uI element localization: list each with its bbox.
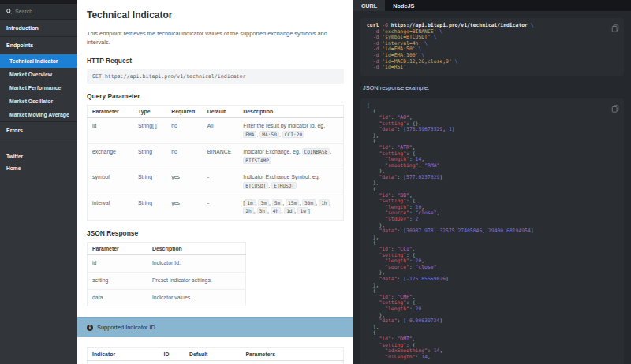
tab-nodejs[interactable]: NodeJS — [385, 0, 422, 11]
parameter-cell: id — [88, 118, 134, 143]
inline-code: 3h — [257, 207, 267, 214]
code-token: "stdDev" — [385, 216, 409, 222]
code-token: "smoothing" — [385, 162, 418, 169]
column-header: Description — [238, 106, 343, 118]
column-header: Parameter — [88, 106, 134, 118]
description-cell: Indicator Exchange Symbol. eg. BTCUSDT, … — [238, 169, 343, 195]
code-token: "length" — [385, 306, 409, 312]
table-row: exchangeStringnoBINANCEIndicator Exchang… — [88, 143, 344, 169]
code-line: "length": 20 — [367, 306, 618, 313]
code-token: ] — [452, 126, 455, 132]
inline-code: 5m — [272, 199, 282, 206]
sidebar-section-errors[interactable]: Errors — [0, 121, 77, 139]
code-token: : [ — [397, 318, 406, 324]
code-token: "data" — [379, 126, 397, 132]
code-token: "data" — [379, 174, 397, 180]
code-line: "data": [577.0237029] — [367, 175, 618, 181]
code-token — [367, 64, 373, 70]
required-cell: no — [166, 118, 203, 143]
parameter-cell: id — [88, 255, 147, 273]
default-cell: ATR:14,RMA — [185, 361, 241, 364]
copy-icon — [612, 106, 617, 112]
curl-code-block: curl -G https://api.bitapi.pro/v1/techni… — [360, 18, 624, 76]
code-line: }, — [367, 283, 618, 289]
inline-code: 30m — [302, 199, 316, 206]
search-placeholder: Search — [15, 9, 32, 14]
column-header: Parameters — [241, 348, 344, 361]
parameter-cell: symbol — [88, 169, 134, 195]
code-line: }, — [367, 133, 618, 139]
column-header: Parameter — [88, 243, 147, 255]
code-token: 577.0237029 — [406, 174, 439, 180]
code-token: "data" — [379, 228, 397, 234]
code-token: 29400.68194954 — [488, 228, 531, 234]
footer-link-twitter[interactable]: Twitter — [0, 150, 77, 162]
column-header: Type — [133, 106, 166, 118]
code-line: "data": [376.59673529, 1] — [367, 127, 618, 133]
default-cell: BINANCE — [203, 143, 239, 169]
code-token: ] — [446, 276, 449, 282]
code-token — [367, 354, 385, 360]
default-cell: All — [203, 118, 239, 143]
type-cell: String — [133, 143, 166, 169]
page-title: Technical Indicator — [87, 9, 344, 20]
code-line: -d 'id=RSI' — [367, 65, 618, 71]
code-token: , — [437, 210, 440, 216]
parameter-cell: data — [88, 289, 147, 306]
code-line: "stdDev": 2 — [367, 217, 618, 223]
code-token: , — [428, 354, 431, 360]
http-request-heading: HTTP Request — [87, 57, 344, 65]
sidebar-section-endpoints[interactable]: Endpoints — [0, 37, 77, 54]
copy-button[interactable] — [611, 21, 619, 35]
type-cell: String — [133, 169, 166, 195]
tab-curl[interactable]: CURL — [353, 0, 385, 11]
code-line: "source": "close" — [367, 265, 618, 271]
text-segment: Indicator Exchange. eg. — [243, 149, 301, 154]
sidebar-item-market-performance[interactable]: Market Performance — [0, 81, 77, 95]
table-row: idIndicator Id. — [88, 255, 246, 273]
sidebar-item-technical-indicator[interactable]: Technical Indicator — [0, 54, 77, 68]
inline-code: 1m — [245, 199, 255, 206]
sidebar-item-market-overview[interactable]: Market Overview — [0, 68, 77, 81]
code-token: "data" — [379, 276, 397, 282]
sidebar-footer: TwitterHome — [0, 150, 77, 174]
inline-code: CCI:20 — [282, 131, 304, 138]
sidebar-item-market-moving-average[interactable]: Market Moving Average — [0, 108, 77, 121]
sidebar-item-introduction[interactable]: Introduction — [0, 20, 77, 37]
text-segment: , — [330, 149, 331, 154]
footer-link-home[interactable]: Home — [0, 162, 77, 174]
code-token: 'id=RSI' — [382, 64, 406, 70]
code-token: : — [409, 306, 416, 312]
code-line: "data": [30987.978, 32575.27405046, 2940… — [367, 228, 618, 235]
code-token: "close" — [416, 210, 437, 216]
code-token: \ — [424, 40, 428, 46]
text-segment: , — [330, 200, 331, 206]
code-token: : [ — [397, 126, 406, 132]
default-cell: - — [203, 169, 239, 195]
table-header-row: Indicator ID Default Parameters — [88, 348, 344, 361]
table-row: settingPreset Indicator settings. — [88, 272, 246, 289]
code-tabbar: CURL NodeJS — [353, 0, 631, 11]
column-header: Indicator — [88, 348, 159, 361]
description-cell: Indicator values. — [147, 289, 246, 306]
supported-indicator-banner: i Supported Indicator ID — [77, 317, 353, 337]
inline-code: COINBASE — [302, 148, 330, 155]
sidebar-endpoint-list: Technical IndicatorMarket OverviewMarket… — [0, 54, 77, 121]
code-token: 30987.978 — [406, 228, 434, 234]
search-icon — [6, 9, 12, 14]
copy-button[interactable] — [611, 102, 619, 116]
sidebar-item-market-oscillator[interactable]: Market Oscillator — [0, 95, 77, 108]
code-token: 20 — [416, 306, 422, 312]
code-token: : — [418, 162, 424, 169]
type-cell: String[ ] — [133, 118, 166, 143]
code-token: 2 — [416, 216, 419, 222]
text-segment: Indicator Exchange Symbol. eg. — [243, 174, 319, 180]
copy-icon — [612, 27, 617, 32]
code-token: "close" — [416, 264, 437, 270]
search-input[interactable]: Search — [0, 4, 77, 20]
supported-indicator-table: Indicator ID Default Parameters Average … — [87, 347, 344, 364]
code-token: ] — [531, 228, 534, 234]
inline-code: 15m — [286, 199, 299, 206]
code-token: : [ — [397, 228, 406, 234]
parameter-cell: interval — [88, 195, 134, 220]
